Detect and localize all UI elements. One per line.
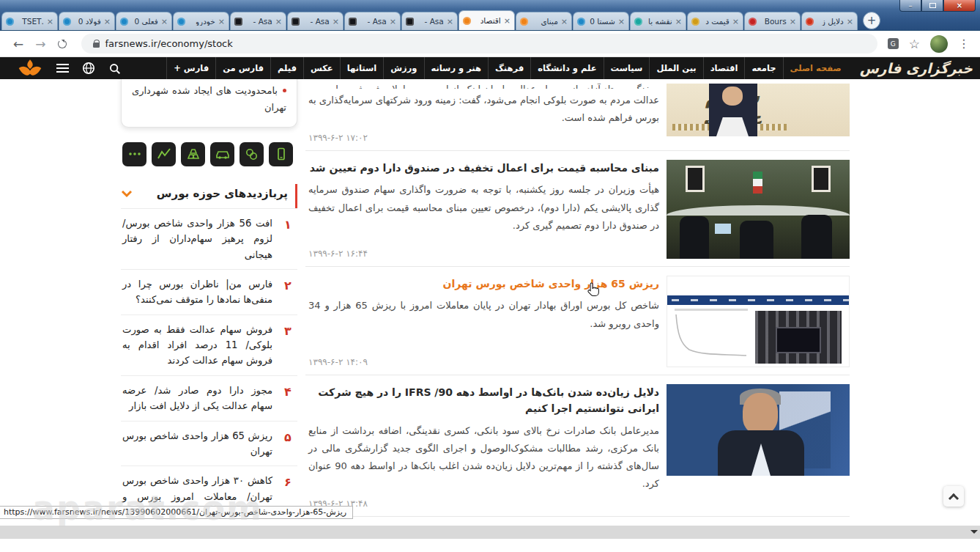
gold-icon[interactable] (181, 142, 205, 166)
tab-close-icon[interactable]: × (618, 18, 625, 26)
browser-tab[interactable]: فولاد 0× (59, 12, 115, 30)
nav-item-art-media[interactable]: هنر و رسانه (424, 57, 489, 79)
nav-item-fars-plus[interactable]: فارس + (166, 57, 215, 79)
list-item[interactable]: ۲فارس من| ناظران بورس چرا در منفی‌ها نما… (121, 269, 297, 314)
tab-close-icon[interactable]: × (47, 18, 53, 26)
forward-button[interactable]: → (29, 37, 51, 51)
tab-favicon (6, 18, 14, 26)
chevron-down-icon[interactable] (121, 187, 133, 201)
nav-item-my-fars[interactable]: فارس من (215, 57, 270, 79)
translate-icon[interactable]: G (888, 38, 899, 49)
article-title-hovered[interactable]: ریزش 65 هزار واحدی شاخص بورس تهران (308, 276, 659, 292)
new-tab-button[interactable]: + (863, 12, 880, 29)
nav-item-international[interactable]: بین الملل (649, 57, 702, 79)
tab-close-icon[interactable]: × (218, 18, 225, 26)
sidebar-teaser-card[interactable]: بامحدودیت های ایجاد شده شهرداری تهران (121, 79, 297, 128)
tse-website-row (675, 309, 748, 311)
profile-avatar[interactable] (930, 35, 948, 53)
tab-title: نقشه با (645, 17, 672, 26)
stock-chart-icon[interactable] (152, 142, 176, 166)
tab-close-icon[interactable]: × (847, 18, 853, 26)
browser-tab[interactable]: نقشه با× (630, 12, 686, 30)
nav-item-provinces[interactable]: استانها (340, 57, 384, 79)
tab-close-icon[interactable]: × (104, 18, 111, 26)
scrollbar-down-arrow[interactable] (970, 530, 978, 537)
list-item[interactable]: ۴مجوز دارا دوم صادر شد/ عرضه سهام عدالت … (121, 375, 297, 421)
tab-title: قیمت د (702, 17, 730, 26)
tab-close-icon[interactable]: × (161, 18, 168, 26)
teaser-text: بامحدودیت های ایجاد شده شهرداری تهران (132, 85, 286, 113)
browser-tab[interactable]: Asa -× (287, 12, 344, 30)
search-icon[interactable] (108, 62, 121, 75)
tab-favicon (520, 18, 528, 26)
list-item[interactable]: ۵ریزش 65 هزار واحدی شاخص بورس تهران (121, 421, 297, 466)
nav-item-home[interactable]: صفحه اصلی (783, 57, 848, 79)
url-text[interactable]: farsnews.ir/economy/stock (105, 38, 233, 49)
back-button[interactable]: ← (7, 37, 29, 51)
browser-tab[interactable]: Asa -× (344, 12, 401, 30)
rank-number: ۵ (280, 428, 296, 460)
page-bottom-strip (0, 526, 980, 539)
browser-tab[interactable]: خودرو× (173, 12, 229, 30)
tab-title: مبنای (531, 17, 558, 26)
most-visited-header: پربازدیدهای حوزه بورس (121, 184, 297, 208)
browser-tab[interactable]: .TSET× (1, 12, 58, 30)
tab-favicon (577, 18, 585, 26)
tab-close-icon[interactable]: × (790, 18, 796, 26)
article-thumbnail[interactable] (667, 160, 850, 259)
list-item[interactable]: ۳فروش سهام عدالت فقط به صورت بلوکی/ 11 د… (121, 314, 297, 375)
fars-logo-text[interactable]: خبرگزاری فارس (860, 60, 973, 76)
browser-tab[interactable]: Asa -× (401, 12, 458, 30)
tab-close-icon[interactable]: × (333, 18, 339, 26)
browser-tab[interactable]: قیمت د× (687, 12, 743, 30)
nav-item-photo[interactable]: عکس (303, 57, 340, 79)
browser-tab[interactable]: Bours× (744, 12, 801, 30)
article-title[interactable]: دلایل زیان‌ده شدن بانک‌ها در اواسط دهه 9… (308, 384, 659, 417)
article-thumbnail[interactable] (667, 384, 850, 476)
browser-tab[interactable]: شستا 0× (573, 12, 629, 30)
globe-language-icon[interactable] (82, 62, 95, 75)
nav-item-politics[interactable]: سیاست (604, 57, 650, 79)
tab-close-icon[interactable]: × (561, 18, 568, 26)
mobile-icon[interactable] (269, 142, 293, 166)
window-close-button[interactable]: × (943, 0, 976, 12)
coins-icon[interactable] (240, 142, 264, 166)
nav-item-video[interactable]: فیلم (270, 57, 303, 79)
nav-item-science[interactable]: علم و دانشگاه (530, 57, 603, 79)
nav-item-economy[interactable]: اقتصاد (703, 57, 745, 79)
nav-item-culture[interactable]: فرهنگ (488, 57, 530, 79)
reload-button[interactable] (58, 40, 67, 48)
article-clipped-line: سخنگوی ستاد آزادسازی سهام عدالت با بیان … (308, 84, 659, 89)
car-icon[interactable] (210, 142, 234, 166)
nav-item-sports[interactable]: ورزش (383, 57, 423, 79)
bookmark-star-icon[interactable]: ☆ (909, 37, 920, 51)
scroll-to-top-button[interactable] (943, 486, 964, 507)
fars-emblem-icon[interactable] (17, 59, 43, 78)
browser-menu-icon[interactable]: ⋮ (958, 37, 970, 51)
browser-tab[interactable]: مبنای× (516, 12, 572, 30)
tab-close-icon[interactable]: × (390, 18, 396, 26)
browser-tab[interactable]: دلایل ز× (801, 12, 858, 30)
more-options-icon[interactable] (122, 142, 146, 166)
tab-close-icon[interactable]: × (275, 18, 282, 26)
article-thumbnail[interactable] (667, 276, 850, 367)
article-thumbnail[interactable]: سهام عدالت (667, 84, 850, 136)
tab-close-icon[interactable]: × (504, 17, 511, 25)
browser-tab-active[interactable]: اقتصاد× (459, 10, 515, 30)
tab-close-icon[interactable]: × (675, 18, 682, 26)
browser-tab[interactable]: Asa -× (230, 12, 286, 30)
list-item[interactable]: ۱افت 56 هزار واحدی شاخص بورس/ لزوم پرهیز… (121, 208, 297, 269)
nav-item-society[interactable]: جامعه (744, 57, 782, 79)
person-silhouette (680, 216, 709, 259)
tab-favicon (806, 18, 814, 26)
wall-portrait (686, 166, 705, 192)
minimize-button[interactable]: – (899, 0, 921, 12)
address-bar[interactable]: farsnews.ir/economy/stock (81, 34, 877, 54)
article-title[interactable]: مبنای محاسبه قیمت برای اعمال تخفیف در صن… (308, 160, 659, 176)
maximize-button[interactable] (921, 0, 943, 12)
hamburger-menu-icon[interactable] (56, 64, 69, 73)
tab-close-icon[interactable]: × (447, 18, 453, 26)
tab-favicon (691, 18, 699, 26)
tab-close-icon[interactable]: × (732, 18, 739, 26)
browser-tab[interactable]: فعلی 0× (116, 12, 172, 30)
